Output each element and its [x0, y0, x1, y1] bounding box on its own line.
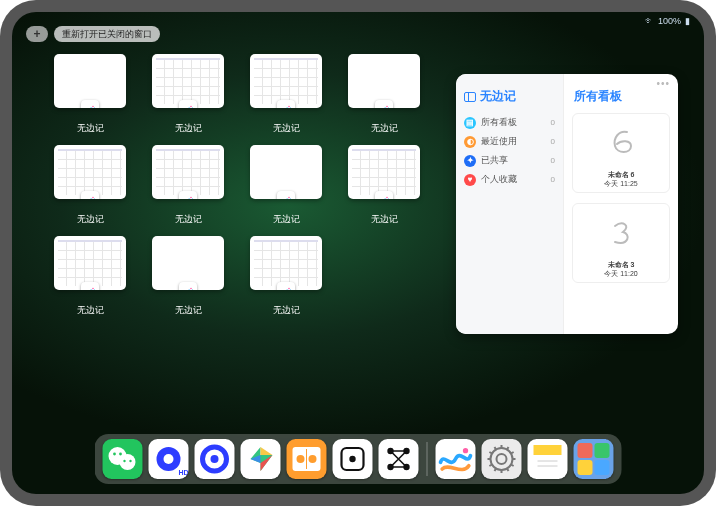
window-thumb[interactable]: 无边记	[250, 236, 322, 317]
dock-settings-icon[interactable]	[482, 439, 522, 479]
svg-rect-47	[534, 445, 562, 455]
freeform-panel: ••• 无边记 ▤ 所有看板 0◐ 最近使用 0✦ 已共享 0♥ 个人收藏 0 …	[456, 74, 678, 334]
window-preview	[152, 54, 224, 108]
dock-freeform-icon[interactable]	[436, 439, 476, 479]
tablet-frame: ᯤ 100% ▮ + 重新打开已关闭的窗口 无边记无边记无边记无边记无边记无边记…	[0, 0, 716, 506]
reopen-closed-window-button[interactable]: 重新打开已关闭的窗口	[54, 26, 160, 42]
svg-point-0	[92, 106, 94, 108]
sidebar-icon	[464, 92, 476, 102]
window-thumb[interactable]: 无边记	[250, 145, 322, 226]
svg-point-15	[119, 453, 122, 456]
new-tab-button[interactable]: +	[26, 26, 48, 42]
window-thumb[interactable]: 无边记	[152, 54, 224, 135]
panel-app-title: 无边记	[464, 88, 555, 105]
svg-line-40	[489, 465, 492, 467]
window-thumb[interactable]: 无边记	[250, 54, 322, 135]
window-thumb[interactable]: 无边记	[54, 236, 126, 317]
category-2[interactable]: ✦ 已共享 0	[462, 151, 557, 170]
screen: ᯤ 100% ▮ + 重新打开已关闭的窗口 无边记无边记无边记无边记无边记无边记…	[12, 12, 704, 494]
dock-graph-icon[interactable]	[379, 439, 419, 479]
svg-text:HD: HD	[179, 469, 189, 476]
board-canvas	[573, 114, 669, 169]
svg-point-17	[129, 460, 131, 462]
window-label: 无边记	[175, 213, 202, 226]
svg-point-19	[164, 454, 174, 464]
category-1[interactable]: ◐ 最近使用 0	[462, 132, 557, 151]
dock-dice-icon[interactable]	[333, 439, 373, 479]
svg-point-2	[288, 106, 290, 108]
freeform-icon	[277, 191, 295, 199]
window-label: 无边记	[77, 304, 104, 317]
svg-rect-48	[534, 455, 562, 473]
category-3[interactable]: ♥ 个人收藏 0	[462, 170, 557, 189]
board-card[interactable]: 未命名 3今天 11:20	[572, 203, 670, 283]
window-preview	[348, 145, 420, 199]
window-preview	[54, 54, 126, 108]
svg-point-9	[190, 288, 192, 290]
freeform-icon	[277, 100, 295, 108]
board-meta: 未命名 3今天 11:20	[573, 259, 669, 282]
window-thumb[interactable]: 无边记	[348, 145, 420, 226]
svg-line-43	[495, 447, 497, 450]
window-label: 无边记	[371, 213, 398, 226]
board-card[interactable]: 未命名 6今天 11:25	[572, 113, 670, 193]
category-count: 0	[551, 175, 555, 184]
svg-line-37	[507, 469, 509, 472]
dock-wechat-icon[interactable]	[103, 439, 143, 479]
svg-rect-53	[578, 460, 593, 475]
dock-books-icon[interactable]	[287, 439, 327, 479]
freeform-icon	[81, 282, 99, 290]
freeform-icon	[277, 282, 295, 290]
category-label: 最近使用	[481, 135, 517, 148]
more-icon[interactable]: •••	[656, 78, 670, 89]
window-label: 无边记	[77, 122, 104, 135]
category-icon: ◐	[464, 136, 476, 148]
window-label: 无边记	[175, 304, 202, 317]
category-icon: ♥	[464, 174, 476, 186]
window-label: 无边记	[273, 304, 300, 317]
window-preview	[152, 145, 224, 199]
window-label: 无边记	[273, 213, 300, 226]
svg-point-34	[497, 454, 507, 464]
panel-sidebar: 无边记 ▤ 所有看板 0◐ 最近使用 0✦ 已共享 0♥ 个人收藏 0	[456, 74, 564, 334]
dock-play-icon[interactable]	[241, 439, 281, 479]
svg-point-7	[386, 197, 388, 199]
battery-pct: 100%	[658, 16, 681, 26]
window-label: 无边记	[77, 213, 104, 226]
window-label: 无边记	[273, 122, 300, 135]
window-preview	[54, 145, 126, 199]
svg-point-1	[190, 106, 192, 108]
window-label: 无边记	[175, 122, 202, 135]
window-thumb[interactable]: 无边记	[54, 145, 126, 226]
svg-point-6	[288, 197, 290, 199]
svg-point-3	[386, 106, 388, 108]
window-preview	[348, 54, 420, 108]
dock-folder-icon[interactable]	[574, 439, 614, 479]
dock: HD	[95, 434, 622, 484]
svg-point-33	[491, 448, 513, 470]
freeform-icon	[81, 100, 99, 108]
freeform-icon	[179, 100, 197, 108]
svg-line-46	[511, 452, 514, 454]
svg-point-8	[92, 288, 94, 290]
category-label: 所有看板	[481, 116, 517, 129]
window-preview	[250, 236, 322, 290]
window-preview	[250, 54, 322, 108]
board-meta: 未命名 6今天 11:25	[573, 169, 669, 192]
window-label: 无边记	[371, 122, 398, 135]
svg-point-5	[190, 197, 192, 199]
freeform-icon	[375, 191, 393, 199]
window-thumb[interactable]: 无边记	[348, 54, 420, 135]
svg-line-36	[511, 465, 514, 467]
dock-notes-icon[interactable]	[528, 439, 568, 479]
panel-app-title-text: 无边记	[480, 88, 516, 105]
window-grid: 无边记无边记无边记无边记无边记无边记无边记无边记无边记无边记无边记无边记	[54, 54, 420, 317]
window-thumb[interactable]: 无边记	[152, 145, 224, 226]
freeform-icon	[179, 282, 197, 290]
window-thumb[interactable]: 无边记	[152, 236, 224, 317]
dock-quark-hd-icon[interactable]: HD	[149, 439, 189, 479]
category-0[interactable]: ▤ 所有看板 0	[462, 113, 557, 132]
svg-line-39	[495, 469, 497, 472]
window-thumb[interactable]: 无边记	[54, 54, 126, 135]
dock-quark-icon[interactable]	[195, 439, 235, 479]
